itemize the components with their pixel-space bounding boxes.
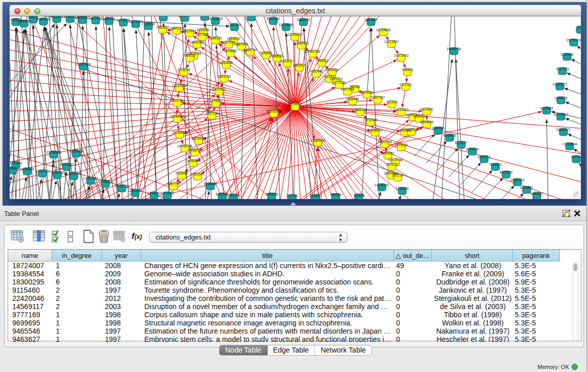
svg-text:2803144: 2803144 <box>217 75 231 78</box>
svg-text:9245210: 9245210 <box>147 191 161 195</box>
svg-text:6994024: 6994024 <box>325 68 339 72</box>
svg-text:621603: 621603 <box>386 100 398 104</box>
svg-text:9227343: 9227343 <box>556 67 569 71</box>
svg-text:10120746: 10120746 <box>388 158 403 162</box>
svg-text:10046798: 10046798 <box>178 144 192 148</box>
svg-text:8834021: 8834021 <box>245 16 258 17</box>
svg-text:16648784: 16648784 <box>447 47 462 51</box>
svg-text:5716485: 5716485 <box>204 182 217 186</box>
svg-text:6679197: 6679197 <box>454 141 468 144</box>
svg-text:19654985: 19654985 <box>170 115 185 118</box>
svg-text:12213369: 12213369 <box>172 84 187 87</box>
svg-text:2687682: 2687682 <box>364 18 378 21</box>
svg-text:9099695: 9099695 <box>420 120 433 124</box>
svg-text:909443: 909443 <box>413 115 425 118</box>
svg-text:12325419: 12325419 <box>288 33 302 36</box>
svg-text:8471626: 8471626 <box>499 170 513 174</box>
svg-text:1244415: 1244415 <box>554 96 568 100</box>
svg-text:9777169: 9777169 <box>333 81 346 84</box>
svg-text:16210643: 16210643 <box>554 113 569 116</box>
svg-text:17016504: 17016504 <box>562 142 577 146</box>
svg-text:8471933: 8471933 <box>161 191 174 195</box>
svg-text:977716: 977716 <box>287 194 298 198</box>
svg-text:914923: 914923 <box>406 128 417 132</box>
svg-text:4170043: 4170043 <box>209 99 223 103</box>
svg-text:9242848: 9242848 <box>220 61 233 64</box>
svg-text:19166827: 19166827 <box>172 130 187 134</box>
svg-text:2718126: 2718126 <box>177 68 190 72</box>
svg-text:8938923: 8938923 <box>443 134 456 137</box>
svg-text:6486169: 6486169 <box>297 18 310 21</box>
svg-text:12093873: 12093873 <box>553 82 568 86</box>
svg-text:12942737: 12942737 <box>35 169 50 173</box>
svg-text:1954633: 1954633 <box>227 37 240 40</box>
svg-text:8912954: 8912954 <box>183 29 196 33</box>
svg-text:7515546: 7515546 <box>142 22 155 26</box>
svg-text:10807487: 10807487 <box>371 96 385 99</box>
svg-text:1135061: 1135061 <box>10 161 23 165</box>
svg-text:15751074: 15751074 <box>567 38 581 42</box>
svg-text:12323466: 12323466 <box>128 189 143 192</box>
svg-text:9327508: 9327508 <box>222 40 235 44</box>
svg-text:9463627: 9463627 <box>530 192 543 195</box>
svg-text:6497568: 6497568 <box>341 87 354 91</box>
svg-text:20691406: 20691406 <box>36 17 51 21</box>
svg-text:1112: 1112 <box>577 26 581 29</box>
svg-text:8427552: 8427552 <box>212 87 226 91</box>
svg-text:1282346: 1282346 <box>227 193 240 197</box>
svg-text:15720407: 15720407 <box>363 118 378 122</box>
svg-text:19218596: 19218596 <box>279 23 294 27</box>
svg-text:10973493: 10973493 <box>394 54 409 57</box>
svg-text:7955812: 7955812 <box>315 59 329 62</box>
svg-text:3624554: 3624554 <box>360 91 374 94</box>
svg-text:6466160: 6466160 <box>102 17 116 20</box>
svg-text:25300275: 25300275 <box>267 110 281 113</box>
svg-text:8322037: 8322037 <box>280 59 294 63</box>
svg-text:1227321: 1227321 <box>399 83 412 86</box>
svg-text:21053346: 21053346 <box>76 62 91 66</box>
svg-text:17957253: 17957253 <box>83 177 98 180</box>
svg-text:9457791: 9457791 <box>167 182 180 186</box>
svg-text:1588520: 1588520 <box>270 54 284 58</box>
svg-text:1691144: 1691144 <box>191 172 204 176</box>
svg-text:3675685: 3675685 <box>224 49 237 53</box>
svg-text:9245652: 9245652 <box>520 186 533 189</box>
svg-text:1145195: 1145195 <box>51 171 64 174</box>
svg-text:911546: 911546 <box>310 194 321 198</box>
svg-text:946554: 946554 <box>330 193 341 196</box>
svg-text:9990448: 9990448 <box>310 70 323 73</box>
svg-text:1362615: 1362615 <box>293 63 306 67</box>
svg-text:116753: 116753 <box>571 155 581 159</box>
svg-text:7663822: 7663822 <box>156 26 169 29</box>
svg-text:2935114: 2935114 <box>478 155 491 159</box>
svg-text:18807249: 18807249 <box>378 140 393 144</box>
svg-text:20206536: 20206536 <box>47 150 61 154</box>
svg-text:9129966: 9129966 <box>560 53 574 56</box>
svg-text:14136141: 14136141 <box>375 183 389 187</box>
svg-text:989013: 989013 <box>184 54 195 57</box>
svg-text:1284506: 1284506 <box>157 16 170 17</box>
svg-text:16671355: 16671355 <box>128 20 143 24</box>
svg-text:16154808: 16154808 <box>376 28 391 32</box>
svg-text:3215953: 3215953 <box>540 106 553 110</box>
svg-text:1610755: 1610755 <box>170 99 184 102</box>
svg-text:1615152: 1615152 <box>385 163 399 166</box>
svg-text:10688609: 10688609 <box>368 128 383 132</box>
svg-text:15692971: 15692971 <box>556 128 571 132</box>
svg-text:18724007: 18724007 <box>288 102 302 106</box>
svg-text:252214: 252214 <box>392 173 403 177</box>
svg-text:3498222: 3498222 <box>188 148 202 152</box>
svg-text:19384554: 19384554 <box>311 139 325 142</box>
svg-text:3267130: 3267130 <box>205 112 219 115</box>
svg-text:1405573: 1405573 <box>17 19 31 23</box>
svg-text:5226053: 5226053 <box>197 28 210 32</box>
svg-text:10025433: 10025433 <box>394 108 409 112</box>
svg-text:9660124: 9660124 <box>170 27 183 30</box>
svg-text:8186323: 8186323 <box>209 36 222 40</box>
svg-text:1527602: 1527602 <box>89 16 102 20</box>
svg-text:10653267: 10653267 <box>75 16 90 19</box>
svg-text:1733426: 1733426 <box>396 187 409 190</box>
svg-text:10975887: 10975887 <box>59 163 74 166</box>
svg-text:14099489: 14099489 <box>186 159 201 163</box>
svg-text:9327503: 9327503 <box>195 33 209 36</box>
